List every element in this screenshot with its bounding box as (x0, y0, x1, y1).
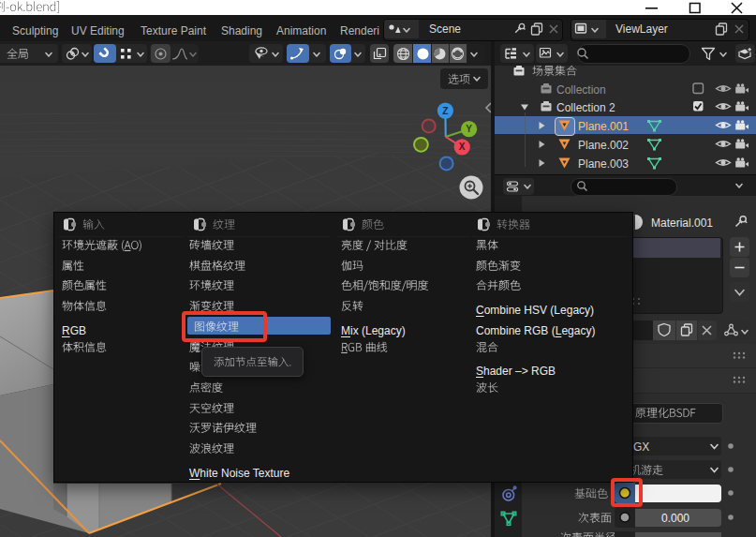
svg-text:X: X (459, 142, 466, 152)
svg-text:Y: Y (466, 124, 472, 134)
svg-text:Z: Z (442, 106, 448, 116)
